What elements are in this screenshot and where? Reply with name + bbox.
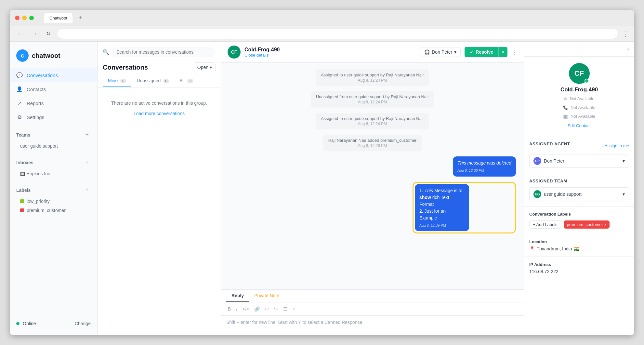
contact-company: Not Available (571, 114, 595, 119)
sidebar-item-reports[interactable]: ↗ Reports (10, 96, 97, 110)
italic-button[interactable]: I (235, 305, 239, 313)
teams-section-header[interactable]: Teams + (16, 128, 91, 141)
resolve-dropdown-button[interactable]: ▾ (498, 47, 507, 57)
premium-customer-tag-text: premium_customer (567, 222, 603, 227)
add-labels-button[interactable]: + Add Labels (529, 220, 561, 229)
add-team-button[interactable]: + (83, 131, 91, 139)
rich-text-message: 1. This Message is to show rich Text For… (415, 184, 469, 232)
edit-contact-link[interactable]: Edit Contact (568, 122, 591, 129)
sidebar-item-conversations[interactable]: 💬 Conversations (10, 68, 97, 82)
email-icon: ✉ (564, 97, 567, 101)
sidebar: c chatwoot 💬 Conversations 👤 Contacts ↗ … (10, 42, 98, 335)
tab-mine[interactable]: Mine 0 (103, 75, 131, 87)
system-msg-time-3: Aug 8, 12:24 PM (321, 122, 424, 126)
conversations-panel: 🔍 Conversations Open ▾ Mine 0 Unassigned… (98, 42, 221, 335)
assigned-agent-title: Assigned Agent (529, 141, 570, 146)
close-details-link[interactable]: Close details (244, 53, 416, 58)
messages-container: Assigned to user guide support by Raji N… (221, 63, 524, 289)
bold-button[interactable]: B (226, 305, 232, 313)
labels-section: Labels + low_priority premium_customer (10, 179, 97, 216)
reply-tab-reply[interactable]: Reply (226, 290, 249, 302)
contact-phone: Not Available (571, 105, 595, 110)
system-msg-time-4: Aug 8, 12:28 PM (328, 143, 417, 148)
chevron-down-icon: ▾ (210, 65, 212, 70)
company-icon: 🏢 (563, 114, 568, 119)
team-user-guide-support[interactable]: user guide support (16, 141, 91, 151)
minimize-window-button[interactable] (22, 16, 27, 20)
load-more-link[interactable]: Load more conversations (134, 111, 185, 116)
code-button[interactable]: </> (241, 305, 250, 313)
resolve-button[interactable]: ✓ Resolve (465, 47, 498, 57)
agent-initials: DP (535, 159, 540, 163)
maximize-window-button[interactable] (29, 16, 34, 20)
inboxes-section: Inboxes + 🔲 Hopkins Inc. (10, 152, 97, 179)
browser-tab[interactable]: Chatwoot (44, 13, 72, 23)
premium-customer-dot (20, 208, 24, 212)
reports-icon: ↗ (16, 100, 23, 106)
system-msg-time-2: Aug 8, 12:24 PM (316, 100, 429, 104)
tab-title: Chatwoot (49, 16, 67, 20)
logo-icon: c (16, 49, 29, 62)
filter-dropdown[interactable]: Open ▾ (194, 62, 216, 72)
chat-more-icon[interactable]: ⋮ (511, 48, 517, 56)
system-message-3: Assigned to user guide support by Raji N… (316, 113, 429, 129)
change-status-link[interactable]: Change (75, 321, 91, 326)
contacts-icon: 👤 (16, 86, 23, 92)
note-tab-label: Private Note (254, 293, 279, 298)
location-value: 📍 Trivandrum, India 🇮🇳 (529, 246, 629, 251)
right-panel-contact-name: Cold-Frog-490 (560, 86, 598, 93)
tab-unassigned[interactable]: Unassigned 0 (131, 75, 174, 87)
reload-button[interactable]: ↻ (44, 29, 53, 38)
search-bar: 🔍 (98, 42, 221, 60)
reply-tab-note[interactable]: Private Note (249, 290, 284, 302)
link-button[interactable]: 🔗 (253, 305, 261, 313)
search-input[interactable] (112, 47, 216, 57)
system-message-4: Raji Narayanan Nair added premium_custom… (323, 135, 422, 151)
ordered-list-button[interactable]: ≡ (291, 305, 296, 313)
sidebar-nav: 💬 Conversations 👤 Contacts ↗ Reports ⚙ S… (10, 68, 97, 317)
add-label-button[interactable]: + (83, 186, 91, 194)
location-section: Location 📍 Trivandrum, India 🇮🇳 (524, 234, 634, 257)
assigned-agent-name: Don Peter (544, 158, 564, 164)
phone-icon: 📞 (563, 105, 568, 110)
label-low-priority[interactable]: low_priority (16, 197, 91, 206)
low-priority-dot (20, 199, 24, 203)
contact-avatar-large: CF (569, 63, 590, 84)
team-dropdown[interactable]: UG user guide support ▾ (529, 187, 629, 201)
new-tab-button[interactable]: + (79, 15, 83, 21)
sidebar-item-settings[interactable]: ⚙ Settings (10, 110, 97, 124)
chat-main: CF Cold-Frog-490 Close details 🎧 Don Pet… (221, 42, 524, 335)
unordered-list-button[interactable]: ☰ (282, 305, 289, 313)
reply-input[interactable]: Shift + enter for new line. Start with '… (221, 316, 524, 335)
label-premium-customer[interactable]: premium_customer (16, 206, 91, 215)
sidebar-contacts-label: Contacts (27, 86, 46, 92)
agent-selector[interactable]: 🎧 Don Peter (420, 47, 461, 57)
forward-button[interactable]: → (29, 30, 40, 38)
tab-all[interactable]: All 1 (174, 75, 198, 87)
back-button[interactable]: ← (15, 30, 25, 38)
empty-state: There are no active conversations in thi… (98, 87, 221, 129)
window-controls[interactable] (15, 16, 34, 20)
contact-email-row: ✉ Not Available (564, 96, 595, 102)
assign-to-me-link[interactable]: → Assign to me (599, 143, 629, 148)
close-window-button[interactable] (15, 16, 20, 20)
sidebar-item-contacts[interactable]: 👤 Contacts (10, 82, 97, 96)
remove-premium-customer-tag[interactable]: × (604, 223, 606, 227)
inbox-hopkins[interactable]: 🔲 Hopkins Inc. (16, 169, 91, 178)
location-icon: 📍 (529, 246, 535, 251)
labels-label: Labels (16, 188, 31, 193)
label-premium-customer-text: premium_customer (27, 208, 66, 213)
inboxes-section-header[interactable]: Inboxes + (16, 156, 91, 169)
teams-label: Teams (16, 132, 30, 138)
labels-section-header[interactable]: Labels + (16, 183, 91, 197)
redo-button[interactable]: ↪ (273, 305, 279, 313)
add-inbox-button[interactable]: + (83, 158, 91, 166)
agent-dropdown[interactable]: DP Don Peter ▾ (529, 154, 629, 168)
browser-menu-icon[interactable]: ⋮ (623, 30, 629, 38)
rich-msg-line2: 2. Just for an Example (419, 208, 465, 221)
undo-button[interactable]: ↩ (264, 305, 270, 313)
empty-message: There are no active conversations in thi… (104, 100, 214, 106)
address-bar[interactable] (57, 29, 619, 39)
panel-toggle-button[interactable]: › (627, 46, 629, 52)
chat-header-actions: 🎧 Don Peter ✓ Resolve ▾ ⋮ (420, 47, 517, 57)
